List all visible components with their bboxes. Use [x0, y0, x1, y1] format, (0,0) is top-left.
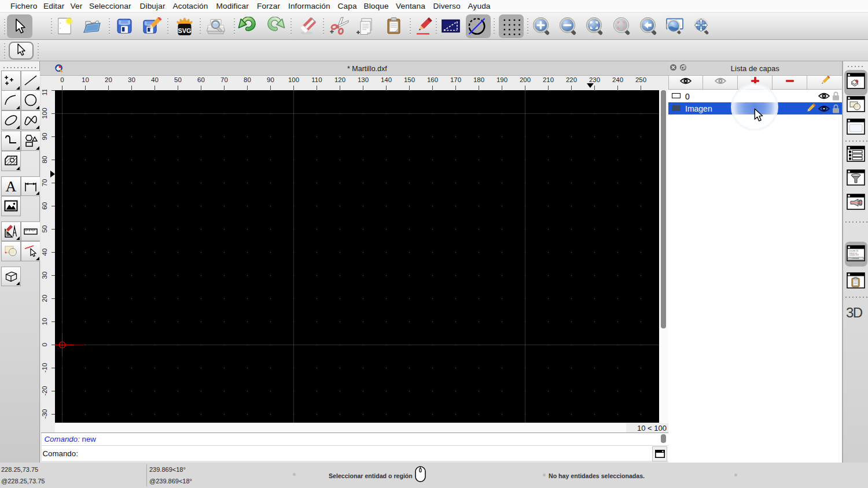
- svg-text:C command: C command: [849, 257, 859, 260]
- svg-text:A: A: [5, 179, 16, 193]
- svg-text:Comando 100: Comando 100: [849, 250, 859, 252]
- svg-text:SVG: SVG: [178, 27, 191, 34]
- svg-text:Candado 1001: Candado 1001: [849, 254, 859, 256]
- svg-text:Comiso1 tra: Comiso1 tra: [849, 252, 858, 254]
